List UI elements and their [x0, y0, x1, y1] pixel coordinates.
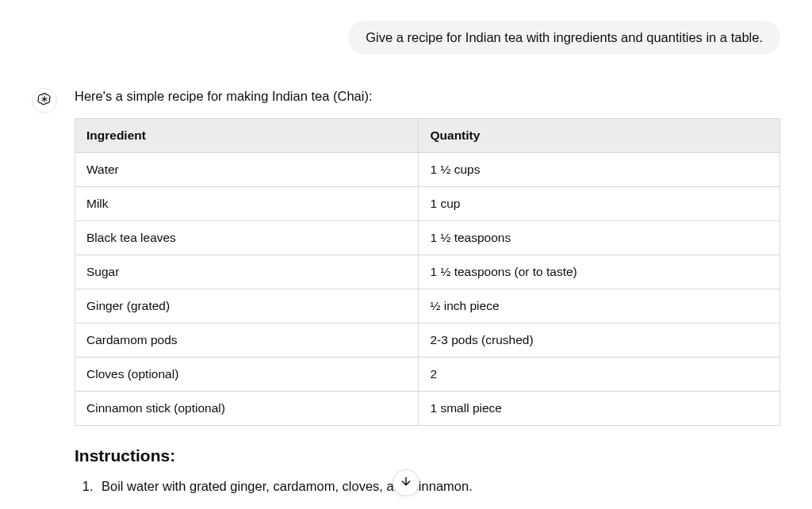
- cell-quantity: 1 small piece: [419, 391, 780, 425]
- table-row: Ginger (grated)½ inch piece: [75, 289, 780, 323]
- ingredients-table: Ingredient Quantity Water1 ½ cupsMilk1 c…: [75, 118, 780, 426]
- assistant-message-row: Here's a simple recipe for making Indian…: [32, 86, 780, 509]
- table-row: Cardamom pods2-3 pods (crushed): [75, 323, 780, 357]
- table-row: Milk1 cup: [75, 186, 780, 220]
- openai-logo-icon: [37, 92, 52, 109]
- scroll-down-button[interactable]: [393, 469, 419, 496]
- cell-quantity: 2-3 pods (crushed): [419, 323, 780, 357]
- table-header-row: Ingredient Quantity: [75, 118, 780, 152]
- cell-ingredient: Cinnamon stick (optional): [75, 391, 419, 425]
- table-row: Black tea leaves1 ½ teaspoons: [75, 220, 780, 254]
- cell-quantity: 1 ½ teaspoons: [419, 220, 780, 254]
- cell-quantity: 1 cup: [419, 186, 780, 220]
- user-message-bubble[interactable]: Give a recipe for Indian tea with ingred…: [348, 21, 780, 55]
- cell-ingredient: Water: [75, 152, 419, 186]
- cell-quantity: 1 ½ teaspoons (or to taste): [419, 254, 780, 289]
- cell-ingredient: Black tea leaves: [75, 220, 419, 254]
- cell-ingredient: Ginger (grated): [75, 289, 419, 323]
- table-row: Cloves (optional)2: [75, 357, 780, 391]
- instruction-step: Boil water with grated ginger, cardamom,…: [97, 476, 780, 497]
- table-row: Cinnamon stick (optional)1 small piece: [75, 391, 780, 425]
- cell-ingredient: Milk: [75, 186, 419, 220]
- instructions-list: Boil water with grated ginger, cardamom,…: [75, 476, 780, 509]
- user-message-row: Give a recipe for Indian tea with ingred…: [32, 21, 780, 55]
- instruction-step: Add tea leaves and let it simmer for 2-3…: [97, 505, 780, 509]
- cell-ingredient: Cardamom pods: [75, 323, 419, 357]
- assistant-content: Here's a simple recipe for making Indian…: [75, 86, 780, 509]
- col-header-ingredient: Ingredient: [75, 118, 419, 152]
- cell-ingredient: Sugar: [75, 254, 419, 289]
- instructions-heading: Instructions:: [75, 443, 780, 469]
- cell-quantity: 2: [419, 357, 780, 391]
- user-message-text: Give a recipe for Indian tea with ingred…: [366, 30, 763, 44]
- assistant-intro-text: Here's a simple recipe for making Indian…: [75, 86, 780, 107]
- cell-quantity: ½ inch piece: [419, 289, 780, 323]
- chat-container: Give a recipe for Indian tea with ingred…: [0, 0, 812, 509]
- arrow-down-icon: [400, 475, 412, 491]
- table-row: Water1 ½ cups: [75, 152, 780, 186]
- cell-quantity: 1 ½ cups: [419, 152, 780, 186]
- cell-ingredient: Cloves (optional): [75, 357, 419, 391]
- assistant-avatar: [32, 88, 57, 113]
- col-header-quantity: Quantity: [419, 118, 780, 152]
- table-row: Sugar1 ½ teaspoons (or to taste): [75, 254, 780, 289]
